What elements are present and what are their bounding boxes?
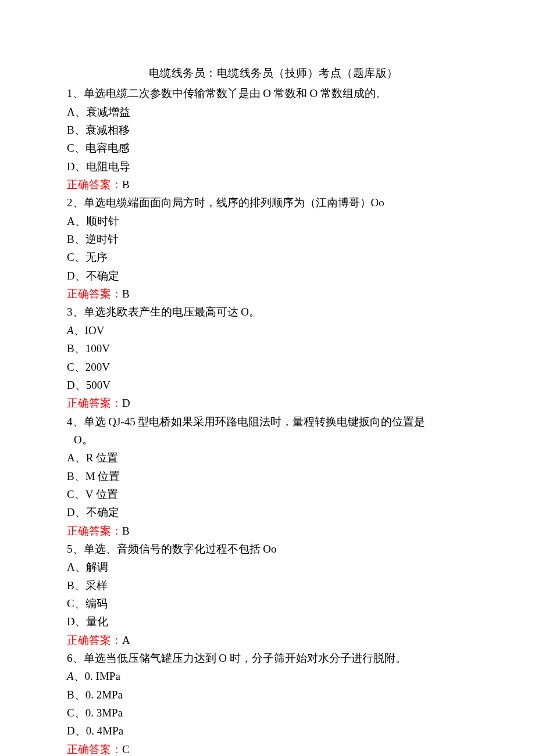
- answer-value: A: [122, 634, 130, 646]
- answer-value: B: [122, 178, 130, 191]
- answer-line: 正确答案：B: [67, 285, 480, 303]
- option-d: D、不确定: [67, 267, 480, 285]
- option-d: D、0. 4MPa: [67, 722, 480, 740]
- answer-label: 正确答案：: [67, 178, 122, 191]
- option-a: A、0. IMPa: [67, 667, 480, 685]
- answer-line: 正确答案：A: [67, 631, 480, 649]
- option-c: C、无序: [67, 248, 480, 266]
- answer-line: 正确答案：B: [67, 175, 480, 194]
- question-stem: 6、单选当低压储气罐压力达到 O 时，分子筛开始对水分子进行脱附。: [67, 649, 480, 667]
- answer-value: D: [122, 397, 130, 409]
- option-d: D、500V: [67, 376, 480, 394]
- option-b: B、0. 2MPa: [67, 686, 480, 704]
- question-stem: 1、单选电缆二次参数中传输常数丫是由 O 常数和 O 常数组成的。: [67, 84, 480, 102]
- option-b: B、逆时针: [67, 230, 480, 248]
- option-d: D、电阻电导: [67, 157, 480, 175]
- option-d: D、量化: [67, 612, 480, 630]
- answer-value: C: [122, 743, 130, 755]
- option-a: A、顺时针: [67, 212, 480, 230]
- option-b: B、衰减相移: [67, 121, 480, 139]
- question-stem: 4、单选 QJ-45 型电桥如果采用环路电阻法时，量程转换电键扳向的位置是: [67, 413, 480, 431]
- option-a: A、衰减增益: [67, 103, 480, 121]
- option-text: 、IOV: [74, 324, 105, 336]
- option-b: B、100V: [67, 339, 480, 357]
- option-prefix: A: [67, 670, 74, 682]
- answer-label: 正确答案：: [67, 743, 122, 755]
- answer-line: 正确答案：D: [67, 394, 480, 412]
- option-prefix: A: [67, 324, 74, 336]
- option-a: A、解调: [67, 558, 480, 576]
- answer-label: 正确答案：: [67, 288, 122, 300]
- answer-label: 正确答案：: [67, 634, 122, 646]
- answer-label: 正确答案：: [67, 397, 122, 409]
- answer-value: B: [122, 288, 130, 300]
- option-text: 、0. IMPa: [74, 670, 120, 682]
- question-stem: 3、单选兆欧表产生的电压最高可达 O。: [67, 303, 480, 321]
- question-stem-cont: O。: [67, 431, 480, 449]
- option-c: C、V 位置: [67, 485, 480, 503]
- option-c: C、编码: [67, 594, 480, 612]
- option-c: C、0. 3MPa: [67, 704, 480, 722]
- option-a: A、IOV: [67, 321, 480, 339]
- option-d: D、不确定: [67, 503, 480, 521]
- question-stem: 2、单选电缆端面面向局方时，线序的排列顺序为（江南博哥）Oo: [67, 194, 480, 212]
- answer-line: 正确答案：C: [67, 740, 480, 756]
- answer-value: B: [122, 525, 130, 537]
- answer-label: 正确答案：: [67, 525, 122, 537]
- answer-line: 正确答案：B: [67, 522, 480, 540]
- option-c: C、200V: [67, 358, 480, 376]
- question-stem: 5、单选、音频信号的数字化过程不包括 Oo: [67, 540, 480, 558]
- option-b: B、M 位置: [67, 467, 480, 485]
- option-b: B、采样: [67, 576, 480, 594]
- option-a: A、R 位置: [67, 449, 480, 467]
- document-title: 电缆线务员：电缆线务员（技师）考点（题库版）: [67, 64, 480, 82]
- option-c: C、电容电感: [67, 139, 480, 157]
